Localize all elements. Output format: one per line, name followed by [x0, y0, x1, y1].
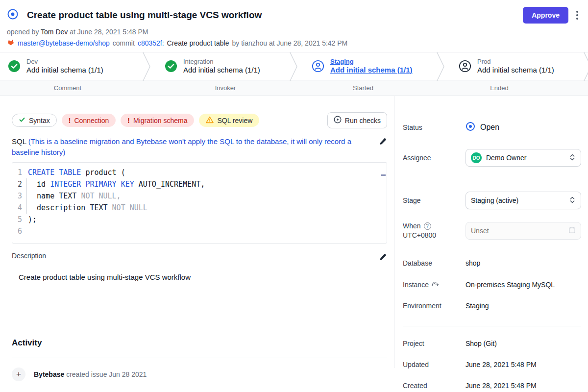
- issue-header: Create product table using multi-stage V…: [0, 0, 588, 48]
- main-panel: Syntax!Connection!Migration schemaSQL re…: [0, 96, 394, 368]
- sql-baseline-note: (This is a baseline migration and Byteba…: [12, 137, 351, 156]
- table-column-comment: Comment: [0, 84, 135, 92]
- stage-task-link[interactable]: Add initial schema (1/1): [477, 66, 554, 75]
- edit-sql-icon[interactable]: [378, 137, 387, 146]
- database-value: shop: [466, 259, 581, 267]
- check-icon: [19, 116, 25, 124]
- status-value: Open: [480, 123, 499, 132]
- code-line[interactable]: 1CREATE TABLE product (: [12, 167, 379, 178]
- chevron-updown-icon: [569, 153, 576, 163]
- stage-done-icon: [165, 60, 177, 73]
- stage-person-icon: [459, 60, 471, 73]
- check-badge-migration-schema[interactable]: !Migration schema: [121, 114, 194, 127]
- stage-name: Integration: [183, 58, 260, 66]
- code-segment: NOT NULL: [112, 203, 147, 212]
- when-timezone: UTC+0800: [403, 231, 436, 239]
- code-line[interactable]: 5);: [12, 214, 379, 225]
- sql-editor[interactable]: 1CREATE TABLE product (2 id INTEGER PRIM…: [12, 162, 387, 244]
- issue-sidebar: Status Open Assignee DO Demo Owner: [394, 96, 588, 368]
- commit-word: commit: [113, 39, 135, 47]
- branch-repo-link[interactable]: master@bytebase-demo/shop: [18, 39, 110, 47]
- line-number: 4: [12, 202, 25, 214]
- plus-icon: +: [12, 368, 25, 381]
- edit-description-icon[interactable]: [378, 253, 387, 262]
- assignee-label: Assignee: [403, 154, 466, 162]
- approve-button[interactable]: Approve: [523, 7, 568, 24]
- line-number: 3: [12, 190, 25, 202]
- code-segment: );: [28, 215, 37, 224]
- assignee-select[interactable]: DO Demo Owner: [466, 149, 581, 167]
- environment-label: Environment: [403, 302, 466, 310]
- activity-item: +Bytebase created issue Jun 28 2021: [12, 368, 387, 381]
- commit-message: Create product table: [167, 39, 229, 47]
- opened-by-suffix: at June 28, 2021 5:48 PM: [70, 28, 148, 36]
- code-segment: id: [28, 180, 50, 189]
- check-badge-syntax[interactable]: Syntax: [12, 114, 57, 127]
- gitlab-icon: [7, 38, 15, 48]
- check-badge-connection[interactable]: !Connection: [62, 114, 116, 127]
- project-value: Shop (Git): [466, 340, 581, 347]
- opened-by-name: Tom Dev: [41, 28, 68, 36]
- instance-label: Instance: [403, 281, 429, 289]
- updated-label: Updated: [403, 361, 466, 368]
- stage-label: Stage: [403, 196, 466, 204]
- stage-person-icon: [312, 60, 324, 73]
- code-segment: product (: [81, 168, 125, 177]
- activity-title: Activity: [12, 338, 387, 348]
- code-line[interactable]: 2 id INTEGER PRIMARY KEY AUTO_INCREMENT,: [12, 178, 379, 190]
- code-segment: AUTO_INCREMENT,: [134, 180, 205, 189]
- project-label: Project: [403, 340, 466, 347]
- editor-scrollbar[interactable]: [380, 163, 387, 243]
- table-column-started: Started: [316, 84, 411, 92]
- pipeline-stage-staging[interactable]: StagingAdd initial schema (1/1): [294, 52, 441, 80]
- help-icon[interactable]: ?: [424, 222, 431, 230]
- pipeline-stage-prod[interactable]: ProdAdd initial schema (1/1): [441, 52, 588, 80]
- code-segment: NOT NULL,: [81, 192, 121, 200]
- when-input[interactable]: [471, 227, 568, 235]
- stage-pipeline: DevAdd initial schema (1/1)IntegrationAd…: [0, 52, 588, 80]
- stage-name: Dev: [26, 58, 103, 66]
- line-number: 2: [12, 178, 25, 190]
- badge-label: SQL review: [217, 117, 252, 124]
- pipeline-stage-dev[interactable]: DevAdd initial schema (1/1): [0, 52, 147, 80]
- task-table-header: CommentInvokerStartedEnded: [0, 80, 588, 96]
- stage-task-link[interactable]: Add initial schema (1/1): [330, 66, 413, 75]
- stage-task-link[interactable]: Add initial schema (1/1): [26, 66, 103, 75]
- run-checks-button[interactable]: Run checks: [327, 112, 387, 128]
- badge-label: Connection: [74, 117, 109, 124]
- indent-guide: [26, 178, 27, 214]
- stage-task-link[interactable]: Add initial schema (1/1): [183, 66, 260, 75]
- code-segment: name TEXT: [28, 192, 81, 200]
- stage-select[interactable]: Staging (active): [466, 192, 581, 209]
- stage-name: Prod: [477, 58, 554, 66]
- activity-list: +Bytebase created issue Jun 28 2021: [12, 368, 387, 381]
- play-circle-icon: [334, 116, 342, 125]
- pipeline-stage-integration[interactable]: IntegrationAdd initial schema (1/1): [147, 52, 294, 80]
- status-open-icon: [466, 122, 475, 133]
- code-segment: description TEXT: [28, 203, 112, 212]
- stage-done-icon: [8, 60, 21, 73]
- code-segment: INTEGER PRIMARY KEY: [50, 180, 134, 189]
- when-datetime-field[interactable]: [466, 222, 581, 240]
- table-column-ended: Ended: [411, 84, 588, 92]
- created-label: Created: [403, 382, 466, 390]
- line-number: 1: [12, 167, 25, 178]
- code-line[interactable]: 3 name TEXT NOT NULL,: [12, 190, 379, 202]
- assignee-value: Demo Owner: [486, 154, 526, 162]
- commit-hash-link[interactable]: c80352f:: [138, 39, 164, 47]
- sidebar-divider: [403, 326, 581, 326]
- code-line[interactable]: 4 description TEXT NOT NULL: [12, 202, 379, 214]
- sql-label: SQL: [12, 137, 28, 146]
- assignee-avatar: DO: [471, 152, 482, 163]
- badge-label: Migration schema: [133, 117, 188, 124]
- database-label: Database: [403, 259, 466, 267]
- opened-by-prefix: opened by: [7, 28, 39, 36]
- environment-value: Staging: [466, 302, 581, 310]
- code-line[interactable]: 6: [12, 225, 379, 237]
- more-menu-icon[interactable]: [576, 11, 578, 20]
- stage-name: Staging: [330, 58, 413, 66]
- error-icon: !: [127, 117, 130, 124]
- activity-text: Bytebase created issue Jun 28 2021: [34, 370, 147, 378]
- error-icon: !: [69, 117, 71, 124]
- check-badge-sql-review[interactable]: SQL review: [199, 114, 259, 127]
